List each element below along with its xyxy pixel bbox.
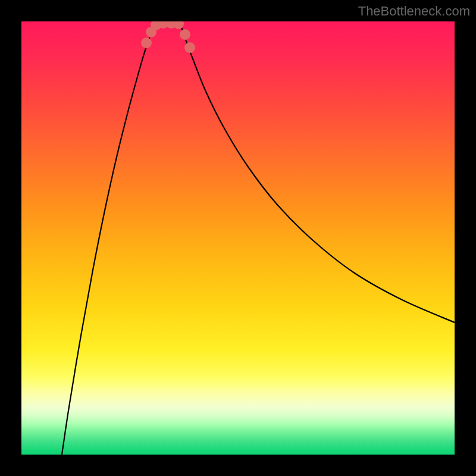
- trough-marker: [180, 29, 190, 40]
- trough-marker: [184, 42, 195, 53]
- curve-right-branch: [180, 21, 455, 322]
- trough-marker: [141, 37, 152, 48]
- curve-left-branch: [62, 21, 161, 455]
- curve-layer: [21, 21, 455, 455]
- plot-area: [21, 21, 455, 455]
- watermark-text: TheBottleneck.com: [358, 4, 470, 19]
